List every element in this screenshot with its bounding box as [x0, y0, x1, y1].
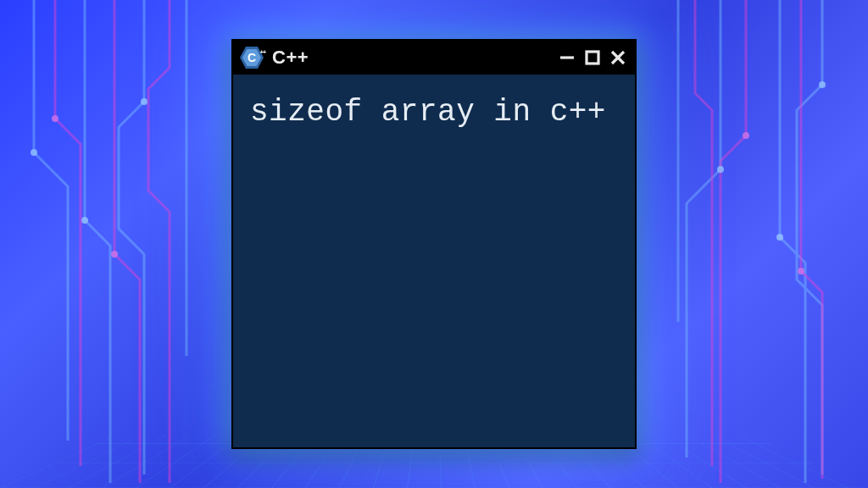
titlebar: C ++ C++	[233, 41, 635, 75]
logo-plus-suffix: ++	[260, 50, 265, 55]
svg-point-3	[717, 166, 724, 173]
svg-point-5	[819, 81, 826, 88]
svg-point-8	[743, 132, 749, 139]
svg-point-1	[81, 217, 88, 224]
svg-point-4	[776, 234, 783, 241]
svg-rect-11	[587, 52, 598, 64]
svg-point-2	[141, 98, 147, 105]
terminal-content: sizeof array in c++	[233, 75, 635, 447]
svg-point-0	[31, 149, 37, 156]
window-controls	[559, 49, 626, 66]
cpp-logo-icon: C ++	[240, 46, 264, 69]
logo-letter: C	[248, 51, 256, 64]
svg-point-9	[798, 268, 804, 274]
terminal-window: C ++ C++ sizeof array in c++	[231, 39, 637, 449]
close-button[interactable]	[609, 49, 626, 66]
svg-point-6	[52, 115, 58, 122]
maximize-button[interactable]	[584, 49, 601, 66]
svg-point-7	[111, 251, 118, 258]
minimize-button[interactable]	[559, 49, 576, 66]
window-title: C++	[272, 47, 309, 69]
